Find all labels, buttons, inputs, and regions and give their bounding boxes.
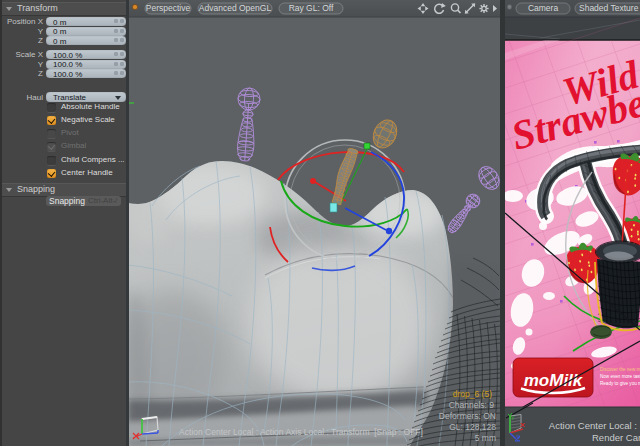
svg-text:Deformers: ON: Deformers: ON [439,411,496,421]
svg-text:Shaded Texture: Shaded Texture [579,3,639,13]
svg-text:Discover the new moMilk.: Discover the new moMilk. [600,367,640,372]
svg-text:Perspective: Perspective [146,3,191,13]
svg-text:GL: 128,128: GL: 128,128 [449,422,496,432]
svg-text:moMilk: moMilk [524,371,584,390]
svg-text:X: X [520,422,524,428]
svg-text:Camera: Camera [528,3,559,13]
svg-text:Channels: 9: Channels: 9 [449,400,495,410]
svg-text:Ray GL: Off: Ray GL: Off [289,3,334,13]
svg-text:Now even more taste: Now even more taste [600,374,640,379]
svg-text:Render Camera: Render Camera [592,432,640,443]
svg-text:Y: Y [511,415,515,421]
svg-text:Action Center Local :: Action Center Local : [549,420,637,431]
svg-text:5 mm: 5 mm [475,433,496,443]
svg-text:Action Center Local : Action A: Action Center Local : Action Axis Local … [179,427,423,437]
svg-text:Advanced OpenGL: Advanced OpenGL [199,3,272,13]
svg-text:Ready to give you more: Ready to give you more [600,381,640,386]
svg-text:drop_6 (5): drop_6 (5) [453,389,492,399]
